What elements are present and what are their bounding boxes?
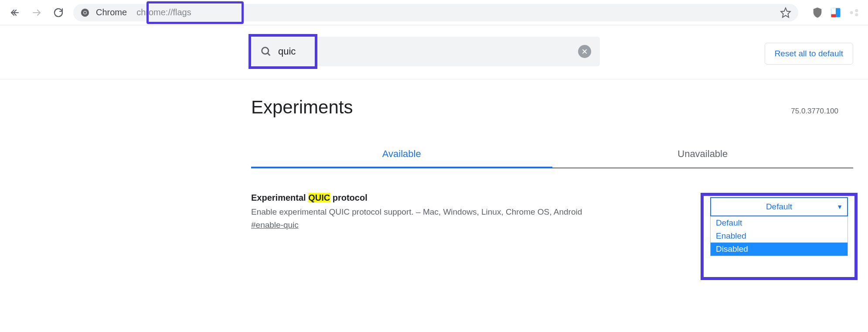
chrome-icon	[80, 8, 90, 17]
flags-content: Experiments 75.0.3770.100 Available Unav…	[0, 79, 868, 230]
flags-page: Reset all to default Experiments 75.0.37…	[0, 25, 868, 230]
svg-point-10	[850, 11, 853, 14]
extension-icons	[811, 7, 860, 19]
dropdown-option-enabled[interactable]: Enabled	[711, 229, 848, 243]
svg-point-13	[262, 48, 269, 54]
svg-point-5	[84, 11, 86, 14]
chevron-down-icon: ▼	[837, 203, 843, 210]
shield-extension-icon[interactable]	[811, 7, 824, 19]
search-input[interactable]	[278, 46, 572, 57]
dropdown-options: Default Enabled Disabled	[710, 216, 848, 256]
tab-unavailable[interactable]: Unavailable	[552, 142, 854, 168]
browser-toolbar: Chrome chrome://flags	[0, 0, 868, 25]
flag-dropdown: Default ▼ Default Enabled Disabled	[705, 197, 853, 256]
svg-rect-9	[831, 14, 836, 17]
svg-point-12	[855, 13, 858, 16]
svg-marker-6	[781, 8, 790, 17]
svg-line-14	[268, 53, 270, 56]
search-flags-box[interactable]	[251, 37, 600, 66]
flag-title-pre: Experimental	[251, 193, 308, 202]
tabs: Available Unavailable	[251, 142, 853, 168]
tab-extension-icon[interactable]	[830, 7, 842, 19]
address-label: Chrome	[96, 7, 127, 17]
dropdown-option-disabled[interactable]: Disabled	[711, 243, 848, 256]
address-bar[interactable]: Chrome chrome://flags	[73, 4, 798, 21]
flag-title-highlight: QUIC	[308, 193, 330, 202]
url-text: chrome://flags	[136, 7, 191, 17]
svg-point-11	[855, 9, 858, 12]
dropdown-select[interactable]: Default ▼	[710, 197, 848, 216]
flag-title-post: protocol	[330, 193, 368, 202]
dropdown-selected-label: Default	[766, 202, 792, 212]
tab-available[interactable]: Available	[251, 142, 552, 168]
bookmark-star-icon[interactable]	[780, 7, 791, 18]
flag-item: Experimental QUIC protocol Enable experi…	[251, 193, 853, 230]
forward-button[interactable]	[30, 6, 44, 20]
misc-extension-icon[interactable]	[848, 7, 860, 19]
page-title: Experiments	[251, 97, 353, 118]
back-button[interactable]	[8, 6, 22, 20]
dropdown-option-default[interactable]: Default	[711, 216, 848, 229]
flags-topbar: Reset all to default	[0, 25, 868, 79]
search-icon	[260, 45, 272, 58]
version-label: 75.0.3770.100	[791, 107, 838, 116]
reset-all-button[interactable]: Reset all to default	[765, 43, 853, 65]
reload-button[interactable]	[51, 6, 65, 20]
clear-search-button[interactable]	[578, 45, 591, 58]
